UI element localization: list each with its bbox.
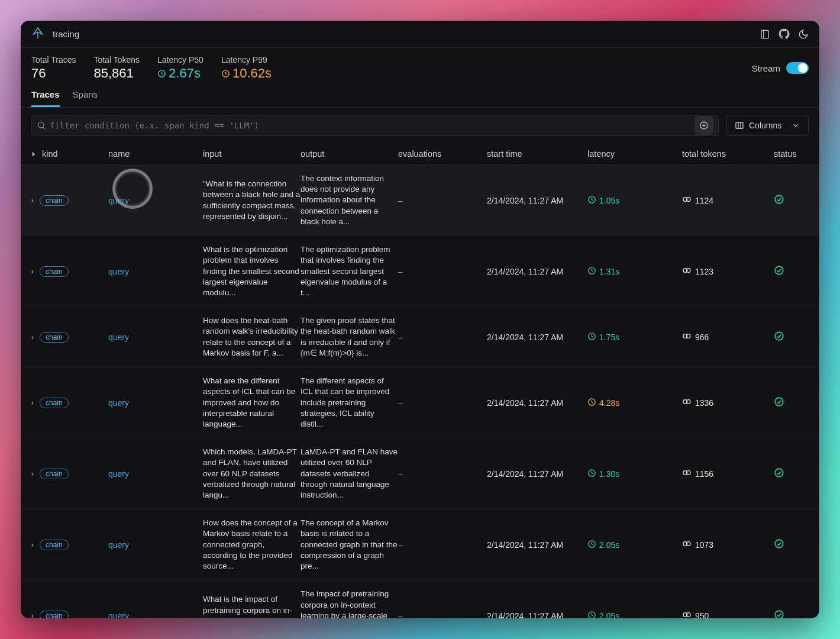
table-row[interactable]: ›chainqueryHow does the heat-bath random… [21,307,819,367]
clock-icon [221,69,230,78]
row-name-link[interactable]: query [108,611,203,618]
status-ok-icon [774,467,819,480]
expand-chevron-icon[interactable]: › [31,470,34,478]
row-evaluations: – [398,469,487,479]
row-latency: 1.30s [587,469,682,479]
tokens-icon [682,195,692,206]
svg-point-15 [775,195,783,204]
clock-icon [157,69,166,78]
th-evaluations[interactable]: evaluations [398,149,487,159]
stat-latency-p99: Latency P99 10.62s [221,55,272,81]
row-input: Which models, LaMDA-PT and FLAN, have ut… [203,447,301,501]
row-output: The context information does not provide… [301,173,398,227]
table-body[interactable]: ›chainquery"What is the connection betwe… [21,165,819,618]
row-output: The concept of a Markov basis is related… [301,518,398,572]
stat-value-text: 2.67s [169,66,201,81]
tokens-icon [682,397,692,408]
row-evaluations: – [398,267,487,276]
row-name-link[interactable]: query [108,398,203,408]
row-name-link[interactable]: query [108,540,203,550]
table-row[interactable]: ›chainqueryWhat is the impact of pretrai… [21,580,819,618]
status-ok-icon [774,265,819,277]
row-input: How does the concept of a Markov basis r… [203,518,301,572]
expand-chevron-icon[interactable]: › [31,612,34,618]
search-icon [37,121,46,130]
kind-chip: chain [40,266,69,277]
columns-button[interactable]: Columns [726,115,809,136]
row-output: LaMDA-PT and FLAN have utilized over 60 … [301,447,398,501]
th-start-time[interactable]: start time [487,149,587,159]
svg-point-35 [775,540,783,548]
table-header: kind name input output evaluations start… [21,143,819,165]
expand-chevron-icon[interactable]: › [31,399,34,407]
th-output[interactable]: output [301,149,398,159]
expand-chevron-icon[interactable]: › [31,196,34,205]
row-name-link[interactable]: query [108,196,203,205]
row-start-time: 2/14/2024, 11:27 AM [487,469,587,479]
expand-chevron-icon[interactable]: › [31,267,34,276]
add-filter-button[interactable] [694,116,713,135]
stream-label: Stream [752,63,780,73]
book-icon[interactable] [760,29,770,40]
table-row[interactable]: ›chainqueryWhich models, LaMDA-PT and FL… [21,438,819,509]
row-start-time: 2/14/2024, 11:27 AM [487,196,587,205]
status-ok-icon [774,396,819,409]
clock-icon [587,332,596,343]
row-output: The given proof states that the heat-bat… [301,315,398,359]
breadcrumb[interactable]: tracing [53,29,79,39]
expand-chevron-icon[interactable]: › [31,333,34,341]
row-start-time: 2/14/2024, 11:27 AM [487,540,587,550]
svg-point-4 [38,122,44,128]
th-latency[interactable]: latency [587,149,682,159]
tab-traces[interactable]: Traces [31,89,60,107]
stat-total-tokens: Total Tokens 85,861 [93,55,140,81]
stat-value: 85,861 [93,66,140,81]
stream-toggle-group: Stream [752,62,809,74]
table-row[interactable]: ›chainqueryHow does the concept of a Mar… [21,509,819,580]
row-total-tokens: 1124 [682,195,774,206]
table-row[interactable]: ›chainquery"What is the connection betwe… [21,165,819,236]
kind-chip: chain [40,469,69,479]
row-total-tokens: 966 [682,331,774,343]
th-name[interactable]: name [108,149,203,159]
row-start-time: 2/14/2024, 11:27 AM [487,398,587,408]
row-name-link[interactable]: query [108,333,203,342]
stat-label: Total Tokens [93,55,140,64]
th-input[interactable]: input [203,149,301,159]
search-box[interactable] [31,115,719,136]
row-total-tokens: 1073 [682,539,774,550]
expand-chevron-icon[interactable]: › [31,541,34,549]
row-name-link[interactable]: query [108,267,203,276]
svg-rect-9 [736,122,743,129]
clock-icon [587,195,596,206]
row-latency: 4.28s [587,398,682,408]
clock-icon [587,611,596,618]
th-kind[interactable]: kind [31,149,108,159]
status-ok-icon [774,538,819,551]
clock-icon [587,398,596,408]
search-input[interactable] [46,121,721,130]
tab-spans[interactable]: Spans [73,89,98,107]
table-row[interactable]: ›chainqueryWhat are the different aspect… [21,367,819,438]
table-row[interactable]: ›chainqueryWhat is the optimization prob… [21,236,819,307]
github-icon[interactable] [778,28,790,40]
row-input: What are the different aspects of ICL th… [203,376,301,430]
clock-icon [587,266,596,277]
row-start-time: 2/14/2024, 11:27 AM [487,333,587,342]
row-evaluations: – [398,398,487,408]
moon-icon[interactable] [798,29,809,40]
row-input: What is the impact of pretraining corpor… [203,594,301,618]
kind-chip: chain [40,195,69,206]
stream-toggle[interactable] [786,62,809,74]
row-name-link[interactable]: query [108,469,203,479]
kind-chip: chain [40,540,69,550]
row-input: How does the heat-bath random walk's irr… [203,315,301,359]
row-output: The optimization problem that involves f… [301,244,398,298]
row-start-time: 2/14/2024, 11:27 AM [487,267,587,276]
th-status[interactable]: status [774,149,819,159]
row-latency: 1.75s [587,332,682,343]
row-input: "What is the connection between a black … [203,179,301,222]
row-total-tokens: 950 [682,610,774,618]
th-total-tokens[interactable]: total tokens [682,149,774,159]
stat-value: 10.62s [221,66,272,81]
